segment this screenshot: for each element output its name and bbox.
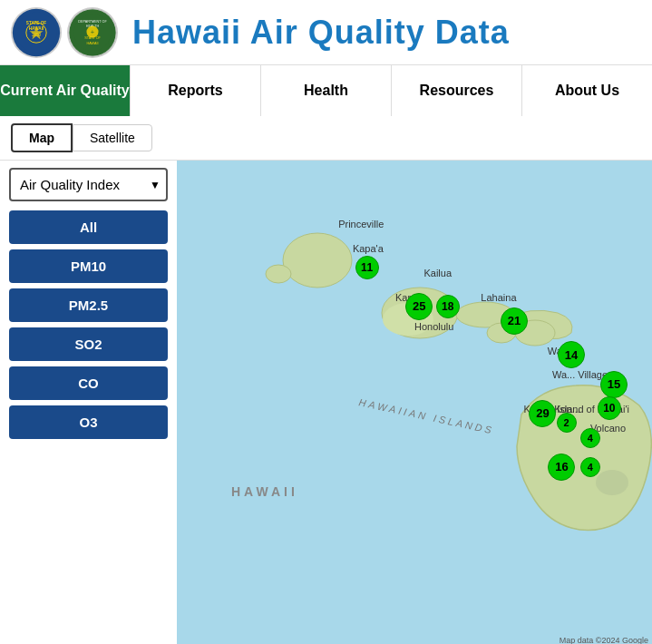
aqi-marker-21[interactable]: 21: [501, 307, 528, 335]
filter-pm25-button[interactable]: PM2.5: [9, 288, 168, 322]
nav-current-air-quality[interactable]: Current Air Quality: [0, 65, 131, 116]
site-title: Hawaii Air Quality Data: [132, 14, 510, 52]
filter-o3-button[interactable]: O3: [9, 405, 168, 439]
header: STATE OF HAWAII 1959 DEPARTMENT OF HEALT…: [0, 0, 652, 65]
aqi-dropdown[interactable]: Air Quality Index PM10 PM2.5 SO2 CO O3: [9, 168, 168, 201]
svg-point-23: [596, 470, 628, 495]
aqi-dropdown-wrapper: Air Quality Index PM10 PM2.5 SO2 CO O3 ▼: [9, 168, 168, 201]
nav-health[interactable]: Health: [261, 65, 392, 116]
aqi-marker-2[interactable]: 2: [557, 413, 577, 433]
aqi-marker-10[interactable]: 10: [598, 396, 621, 420]
nav-reports[interactable]: Reports: [131, 65, 261, 116]
svg-point-17: [266, 265, 291, 283]
nav-about-us[interactable]: About Us: [522, 65, 652, 116]
map-area[interactable]: HAWAIIAN ISLANDS HAWAII Princeville Kapa…: [177, 161, 652, 644]
hawaii-state-seal: STATE OF HAWAII 1959: [11, 7, 62, 58]
main-nav: Current Air Quality Reports Health Resou…: [0, 65, 652, 116]
filter-co-button[interactable]: CO: [9, 366, 168, 400]
aqi-marker-16[interactable]: 16: [548, 454, 575, 481]
map-toolbar: Map Satellite: [0, 116, 652, 161]
aqi-marker-4b[interactable]: 4: [580, 457, 600, 477]
filter-so2-button[interactable]: SO2: [9, 327, 168, 361]
hawaii-big-label: HAWAII: [231, 484, 298, 499]
aqi-marker-25[interactable]: 25: [405, 293, 433, 320]
svg-text:HAWAII: HAWAII: [87, 42, 99, 45]
aqi-marker-15[interactable]: 15: [600, 371, 628, 398]
aqi-marker-29[interactable]: 29: [529, 400, 556, 427]
svg-text:DEPARTMENT OF: DEPARTMENT OF: [78, 19, 107, 23]
map-view-button[interactable]: Map: [11, 123, 73, 152]
sidebar: Air Quality Index PM10 PM2.5 SO2 CO O3 ▼…: [0, 161, 177, 644]
filter-pm10-button[interactable]: PM10: [9, 249, 168, 283]
hawaii-doh-seal: DEPARTMENT OF HEALTH STATE OF HAWAII +: [67, 7, 118, 58]
satellite-view-button[interactable]: Satellite: [73, 124, 152, 151]
map-svg: HAWAIIAN ISLANDS HAWAII: [177, 161, 652, 644]
filter-all-button[interactable]: All: [9, 210, 168, 244]
aqi-marker-4[interactable]: 4: [580, 428, 600, 448]
main-content: Air Quality Index PM10 PM2.5 SO2 CO O3 ▼…: [0, 161, 652, 644]
aqi-marker-11[interactable]: 11: [355, 256, 379, 279]
header-logos: STATE OF HAWAII 1959 DEPARTMENT OF HEALT…: [11, 7, 118, 58]
aqi-marker-18[interactable]: 18: [436, 295, 460, 318]
svg-text:+: +: [91, 27, 94, 35]
svg-point-16: [283, 233, 352, 288]
nav-resources[interactable]: Resources: [392, 65, 522, 116]
aqi-marker-14[interactable]: 14: [558, 341, 585, 368]
